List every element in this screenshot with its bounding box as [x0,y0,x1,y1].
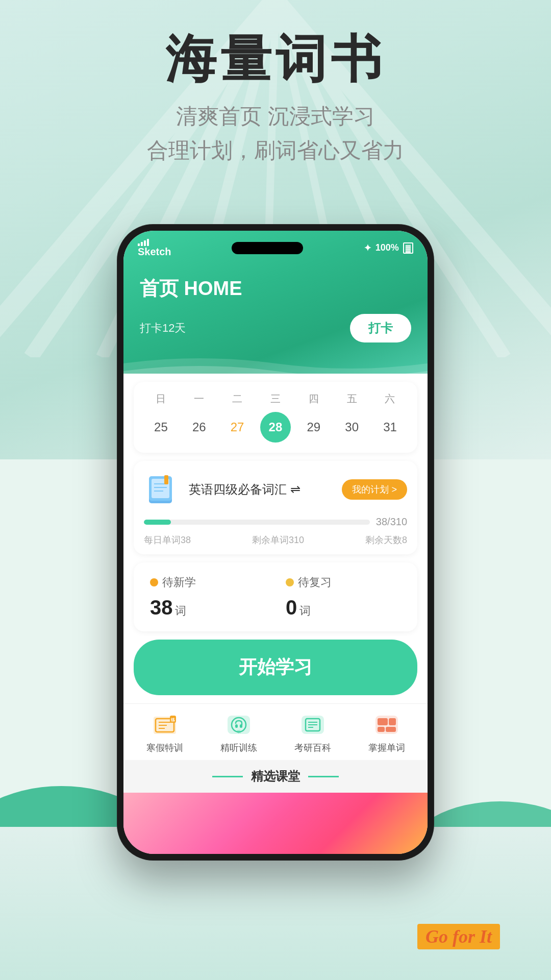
stat-daily: 每日单词38 [144,534,191,546]
cal-date-29[interactable]: 29 [298,412,329,443]
svg-rect-40 [378,727,385,732]
review-label-row: 待复习 [286,575,401,590]
page-main-title: 海量词书 [0,31,551,87]
nav-label-listening: 精听训练 [220,742,257,754]
new-count-value: 38 [150,596,173,619]
calendar-section: 日 一 二 三 四 五 六 25 26 27 28 29 30 31 [134,382,417,453]
calendar-dates: 25 26 27 28 29 30 31 [142,412,409,443]
day-label-0: 日 [145,392,176,406]
master-words-icon [371,712,402,738]
bottom-banner [123,793,428,854]
battery-text: 100% [375,242,399,253]
featured-line-right [308,776,339,777]
new-dot [150,578,158,586]
cal-date-26[interactable]: 26 [184,412,214,443]
new-label-row: 待新学 [150,575,265,590]
svg-rect-39 [389,718,396,725]
featured-title: 精选课堂 [134,768,417,785]
start-learning-button[interactable]: 开始学习 [134,640,417,695]
notch [232,242,303,254]
new-count-display: 38 词 [150,596,265,619]
svg-rect-19 [164,475,168,484]
cal-date-27[interactable]: 27 [222,412,253,443]
phone-mockup: Sketch ✦ 100% ▓ 首页 HOME 打卡12天 打卡 [117,225,434,860]
day-label-2: 二 [222,392,253,406]
bottom-nav: 练 寒假特训 听 [123,703,428,760]
new-label: 待新学 [162,575,196,590]
day-label-5: 五 [337,392,367,406]
home-title: 首页 HOME [140,276,242,302]
cal-date-28[interactable]: 28 [260,412,291,443]
review-dot [286,578,294,586]
svg-rect-38 [378,718,388,725]
phone-outer: Sketch ✦ 100% ▓ 首页 HOME 打卡12天 打卡 [117,225,434,860]
day-label-6: 六 [374,392,405,406]
cal-date-25[interactable]: 25 [145,412,176,443]
app-header: Sketch ✦ 100% ▓ 首页 HOME 打卡12天 打卡 [123,231,428,374]
checkin-text: 打卡12天 [140,321,186,336]
battery-area: ✦ 100% ▓ [364,242,413,254]
cal-date-31[interactable]: 31 [374,412,405,443]
phone-screen: Sketch ✦ 100% ▓ 首页 HOME 打卡12天 打卡 [123,231,428,854]
nav-item-master-words[interactable]: 掌握单词 [349,712,423,754]
new-words-count: 待新学 38 词 [150,575,265,619]
carrier-text: Sketch [138,246,171,257]
featured-label-text: 精选课堂 [251,768,300,785]
battery-icon: ▓ [403,242,413,254]
stat-remaining: 剩余单词310 [252,534,304,546]
review-count-display: 0 词 [286,596,401,619]
nav-label-master: 掌握单词 [368,742,405,754]
progress-bar-bg [144,520,370,525]
svg-rect-30 [240,724,242,728]
signal-bar-4 [147,239,149,246]
progress-row: 38/310 [144,516,407,528]
svg-text:听: 听 [237,730,240,733]
progress-stats: 每日单词38 剩余单词310 剩余天数8 [144,534,407,546]
review-words-count: 待复习 0 词 [286,575,401,619]
wordbook-card: 英语四级必备词汇 ⇌ 我的计划 > 38/310 每日单词38 剩余单词310 … [134,461,417,554]
stat-days: 剩余天数8 [365,534,407,546]
nav-item-graduate[interactable]: 考研百科 [276,712,349,754]
wordbook-title: 英语四级必备词汇 ⇌ [189,481,342,498]
featured-section: 精选课堂 [123,760,428,793]
day-label-4: 四 [298,392,329,406]
cal-date-30[interactable]: 30 [337,412,367,443]
signal-bar-2 [141,242,143,246]
go-for-it-label: Go for It [417,924,500,949]
book-icon [144,471,181,508]
progress-text: 38/310 [376,516,407,528]
title-area: 海量词书 清爽首页 沉浸式学习 合理计划，刷词省心又省力 [0,31,551,167]
progress-bar-fill [144,520,171,525]
subtitle-line1: 清爽首页 沉浸式学习 [0,99,551,133]
svg-rect-29 [235,724,238,728]
review-count-unit: 词 [299,604,311,617]
svg-rect-41 [386,727,396,732]
subtitle-line2: 合理计划，刷词省心又省力 [0,133,551,167]
header-wave [123,353,428,374]
my-plan-button[interactable]: 我的计划 > [342,479,407,500]
review-count-value: 0 [286,596,297,619]
word-counts: 待新学 38 词 待复习 0 词 [134,562,417,631]
nav-label-graduate: 考研百科 [294,742,331,754]
wordbook-top: 英语四级必备词汇 ⇌ 我的计划 > [144,471,407,508]
status-bar: Sketch ✦ 100% ▓ [123,231,428,262]
winter-training-icon: 练 [149,712,180,738]
checkin-row: 打卡12天 打卡 [140,314,411,342]
nav-label-winter: 寒假特训 [146,742,183,754]
day-label-3: 三 [260,392,291,406]
subtitle: 清爽首页 沉浸式学习 合理计划，刷词省心又省力 [0,99,551,167]
signal-icon [138,238,171,246]
bluetooth-icon: ✦ [364,242,371,254]
graduate-icon [297,712,328,738]
carrier-label: Sketch [138,238,171,258]
nav-item-winter-training[interactable]: 练 寒假特训 [128,712,202,754]
signal-bar-3 [144,240,146,246]
featured-line-left [212,776,243,777]
listening-icon: 听 [223,712,254,738]
new-count-unit: 词 [175,604,186,617]
nav-item-listening[interactable]: 听 精听训练 [202,712,276,754]
checkin-button[interactable]: 打卡 [350,314,411,342]
review-label: 待复习 [298,575,332,590]
calendar-day-labels: 日 一 二 三 四 五 六 [142,392,409,406]
day-label-1: 一 [184,392,214,406]
